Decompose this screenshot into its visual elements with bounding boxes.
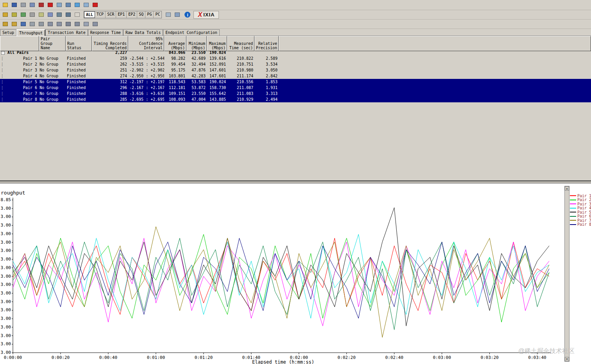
stop-test-icon[interactable] — [46, 1, 54, 9]
filter-all[interactable]: ALL — [84, 11, 95, 18]
scroll-up-icon[interactable]: ▲ — [565, 186, 569, 191]
run-status: Finished — [66, 62, 92, 66]
legend-item[interactable]: Pair 4 — [570, 206, 591, 211]
max-mbps: 143.885 — [207, 97, 227, 102]
open-recent-icon[interactable] — [10, 20, 18, 28]
print-icon[interactable] — [19, 1, 27, 9]
column-header[interactable]: Pair Group Name — [39, 36, 66, 51]
sort-icon[interactable] — [37, 20, 45, 28]
tab-transaction-rate[interactable]: Transaction Rate — [45, 29, 88, 36]
chart-options-icon[interactable] — [64, 20, 72, 28]
table-row[interactable]: ┆Pair 1 No GroupFinished259-2.544 : +2.5… — [0, 55, 591, 61]
filter-ep1[interactable]: EP1 — [116, 11, 127, 18]
table-row[interactable]: ┆Pair 3 No GroupFinished251-2.902 : +2.9… — [0, 67, 591, 73]
column-header[interactable]: 95% Confidence Interval — [128, 36, 164, 51]
confidence-interval: -3.515 : +3.515 — [128, 62, 164, 66]
timing-records: 296 — [92, 86, 128, 90]
measured-time: 211.174 — [227, 74, 254, 78]
column-header[interactable]: Maximum (Mbps) — [207, 36, 227, 51]
legend-label: Pair 1 — [577, 194, 591, 198]
run-status: Finished — [66, 68, 92, 72]
column-header[interactable]: Run Status — [66, 36, 92, 51]
tab-setup[interactable]: Setup — [0, 29, 16, 36]
columns-icon[interactable] — [55, 20, 63, 28]
tab-response-time[interactable]: Response Time — [88, 29, 123, 36]
column-header[interactable]: Average (Mbps) — [164, 36, 186, 51]
legend-color-dash — [570, 203, 576, 204]
console-icon[interactable] — [64, 11, 72, 18]
legend-item[interactable]: Pair 5 — [570, 210, 591, 214]
run-test-icon[interactable] — [37, 1, 45, 9]
ixia-logo-text: IXIA — [203, 12, 215, 18]
legend-item[interactable]: Pair 7 — [570, 218, 591, 223]
table-row[interactable]: ┆Pair 7 No GroupFinished288-3.616 : +3.6… — [0, 91, 591, 96]
chart-scrollbar[interactable]: ▲ ▼ — [564, 186, 570, 362]
legend-item[interactable]: Pair 3 — [570, 202, 591, 206]
legend-color-dash — [570, 216, 576, 217]
legend-label: Pair 7 — [577, 218, 591, 223]
filter-pg[interactable]: PG — [145, 11, 154, 18]
filter-tcp[interactable]: TCP — [95, 11, 106, 18]
back-icon[interactable] — [73, 1, 81, 9]
cascade-icon[interactable] — [91, 20, 99, 28]
tab-raw-data-totals[interactable]: Raw Data Totals — [123, 29, 163, 36]
table-row[interactable]: ┆Pair 8 No GroupFinished285-2.695 : +2.6… — [0, 96, 591, 102]
filter-scr[interactable]: SCR — [106, 11, 116, 18]
filter-icon[interactable] — [46, 20, 54, 28]
column-header[interactable]: Relative Precision — [254, 36, 279, 51]
table-row[interactable]: ┆Pair 6 No GroupFinished296-2.167 : +2.1… — [0, 85, 591, 91]
run-status: Finished — [66, 74, 92, 78]
duplicate-pair-icon[interactable] — [10, 11, 18, 18]
avg-mbps: 109.151 — [164, 91, 186, 96]
filter-ep2[interactable]: EP2 — [127, 11, 137, 18]
delete-pair-icon[interactable] — [28, 11, 36, 18]
edit-pair-icon[interactable] — [19, 11, 27, 18]
filter-pc[interactable]: PC — [154, 11, 161, 18]
svg-text:0:01:00: 0:01:00 — [147, 355, 165, 360]
tab-endpoint-configuration[interactable]: Endpoint Configuration — [163, 29, 219, 36]
legend-label: Pair 2 — [577, 198, 591, 202]
abort-icon[interactable] — [91, 1, 99, 9]
info-icon[interactable]: i — [184, 12, 190, 18]
open-folder-icon[interactable] — [1, 1, 9, 9]
group-pairs-icon[interactable] — [37, 11, 45, 18]
table-row[interactable]: ┆Pair 5 No GroupFinished312-2.197 : +2.1… — [0, 79, 591, 85]
column-header[interactable] — [0, 36, 39, 51]
tile-icon[interactable] — [82, 20, 90, 28]
column-header[interactable]: Minimum (Mbps) — [186, 36, 207, 51]
add-pair-icon[interactable] — [1, 11, 9, 18]
export-icon[interactable] — [28, 1, 36, 9]
save-all-icon[interactable] — [19, 20, 27, 28]
pane-splitter[interactable] — [0, 180, 591, 184]
pair-settings-icon[interactable] — [55, 11, 63, 18]
table-row[interactable]: ┆Pair 2 No GroupFinished262-3.515 : +3.5… — [0, 61, 591, 67]
tab-throughput[interactable]: Throughput — [16, 29, 45, 36]
expand-collapse-icon[interactable]: - — [0, 50, 7, 55]
legend-item[interactable]: Pair 1 — [570, 194, 591, 198]
filter-sq[interactable]: SQ — [137, 11, 145, 18]
column-header[interactable]: Measured Time (sec) — [227, 36, 254, 51]
column-header[interactable]: Timing Records Completed — [92, 36, 128, 51]
report-icon[interactable] — [82, 1, 90, 9]
new-window-icon[interactable] — [1, 20, 9, 28]
copy-icon[interactable] — [55, 1, 63, 9]
paste-icon[interactable] — [64, 1, 72, 9]
table-row[interactable]: ┆Pair 4 No GroupFinished274-2.950 : +2.9… — [0, 73, 591, 79]
column-header[interactable] — [279, 36, 591, 51]
legend-item[interactable]: Pair 2 — [570, 198, 591, 202]
scroll-down-icon[interactable]: ▼ — [565, 357, 569, 361]
pause-icon[interactable] — [164, 11, 172, 18]
svg-text:3.00: 3.00 — [1, 291, 11, 296]
save-icon[interactable] — [10, 1, 18, 9]
throughput-chart[interactable]: 8.853.003.003.003.003.003.003.003.003.00… — [0, 194, 552, 364]
legend-item[interactable]: Pair 8 — [570, 223, 591, 227]
resume-icon[interactable] — [173, 11, 181, 18]
print-chart-icon[interactable] — [28, 20, 36, 28]
legend-label: Pair 3 — [577, 202, 591, 206]
half-step-icon[interactable] — [73, 11, 81, 18]
legend-item[interactable]: Pair 6 — [570, 214, 591, 219]
legend-toggle-icon[interactable] — [73, 20, 81, 28]
reorder-pairs-icon[interactable] — [46, 11, 54, 18]
avg-total: 843.066 — [164, 50, 186, 55]
ixchariot-window: { "toolbar1": { "icons": [ {"name":"open… — [0, 0, 591, 364]
